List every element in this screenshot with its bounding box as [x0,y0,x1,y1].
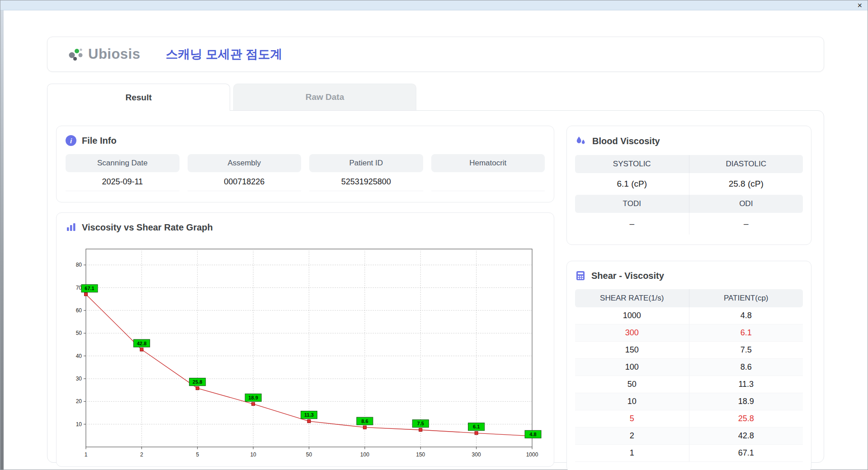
shear-table-body: 10004.83006.11507.51008.65011.31018.9525… [575,307,803,462]
ubiosis-logo: Ubiosis [67,45,140,63]
left-column: i File Info Scanning Date2025-09-11Assem… [56,126,554,451]
viscosity-chart: 10203040506070801251050100150300100067.1… [66,241,545,459]
svg-text:80: 80 [76,262,82,268]
tab-bar: Result Raw Data [47,84,823,110]
todi-odi-header: TODI ODI [575,195,803,213]
shear-rate-value: 100 [575,359,689,376]
svg-text:50: 50 [76,330,82,336]
shear-table-header: SHEAR RATE(1/s) PATIENT(cp) [575,289,803,307]
svg-text:42.8: 42.8 [137,341,146,346]
shear-table-row: 10004.8 [575,307,803,324]
bar-chart-icon [66,222,76,233]
svg-text:1: 1 [85,451,88,458]
field-value: 52531925800 [309,172,423,191]
shear-table-row: 1008.6 [575,359,803,376]
svg-text:7.5: 7.5 [417,421,424,426]
diastolic-label: DIASTOLIC [689,155,803,173]
svg-text:18.9: 18.9 [248,395,258,400]
odi-label: ODI [689,195,803,213]
window-left-edge [0,10,4,470]
file-info-field: Scanning Date2025-09-11 [66,154,179,191]
svg-text:10: 10 [76,421,82,428]
blood-viscosity-title-row: Blood Viscosity [575,135,803,147]
header-card: Ubiosis 스캐닝 모세관 점도계 [47,37,824,72]
diastolic-value: 25.8 (cP) [689,173,803,195]
titlebar: × [0,0,868,10]
file-info-title: File Info [82,136,117,146]
logo-dots-icon [67,45,86,63]
svg-text:25.8: 25.8 [193,379,202,385]
svg-text:67.1: 67.1 [85,286,94,291]
shear-viscosity-panel: Shear - Viscosity SHEAR RATE(1/s) PATIEN… [566,261,811,470]
shear-rate-value: 300 [575,324,689,341]
shear-table-row: 242.8 [575,428,803,445]
field-label: Hematocrit [431,154,545,172]
shear-rate-value: 2 [575,428,689,444]
svg-text:8.6: 8.6 [361,418,368,424]
info-icon: i [66,135,76,146]
tab-raw-data[interactable]: Raw Data [233,84,416,110]
svg-text:2: 2 [140,451,143,458]
systolic-value: 6.1 (cP) [575,173,689,195]
shear-viscosity-title: Shear - Viscosity [591,271,664,281]
app-window: × Ubiosis 스캐닝 모세관 점도계 Re [0,0,868,470]
svg-text:300: 300 [472,451,481,458]
odi-value: – [689,213,803,235]
todi-odi-values: – – [575,213,803,235]
svg-text:10: 10 [250,451,256,458]
page: Ubiosis 스캐닝 모세관 점도계 Result Raw Data i Fi… [0,10,868,463]
field-label: Scanning Date [66,154,179,172]
page-title: 스캐닝 모세관 점도계 [165,46,282,62]
blood-viscosity-header: SYSTOLIC DIASTOLIC [575,155,803,173]
file-info-field: Hematocrit [431,154,545,191]
shear-rate-value: 5 [575,410,689,427]
svg-text:5: 5 [196,451,199,458]
svg-text:20: 20 [76,398,82,404]
field-value [431,172,545,191]
svg-text:50: 50 [306,451,312,458]
field-label: Assembly [188,154,302,172]
patient-viscosity-value: 25.8 [689,410,803,427]
svg-text:11.3: 11.3 [304,412,314,418]
shear-rate-value: 10 [575,393,689,410]
shear-rate-value: 150 [575,342,689,358]
shear-table-row: 1507.5 [575,342,803,359]
patient-viscosity-value: 18.9 [689,393,803,410]
file-info-panel: i File Info Scanning Date2025-09-11Assem… [56,126,554,202]
graph-title-row: Viscosity vs Shear Rate Graph [66,222,545,233]
patient-viscosity-value: 4.8 [689,307,803,324]
blood-viscosity-panel: Blood Viscosity SYSTOLIC DIASTOLIC 6.1 (… [566,126,811,245]
close-icon[interactable]: × [857,0,862,10]
svg-text:6.1: 6.1 [473,424,480,429]
shear-table-row: 3006.1 [575,324,803,342]
svg-text:60: 60 [76,307,82,314]
patient-viscosity-value: 67.1 [689,445,803,461]
logo-text: Ubiosis [88,46,140,62]
right-column: Blood Viscosity SYSTOLIC DIASTOLIC 6.1 (… [566,126,811,451]
shear-rate-column-header: SHEAR RATE(1/s) [575,289,689,307]
water-drops-icon [575,135,587,147]
patient-viscosity-value: 42.8 [689,428,803,444]
field-value: 2025-09-11 [66,172,179,191]
patient-column-header: PATIENT(cp) [689,289,803,307]
graph-title: Viscosity vs Shear Rate Graph [82,222,213,233]
chart-wrap: 10203040506070801251050100150300100067.1… [66,241,545,461]
shear-viscosity-title-row: Shear - Viscosity [575,270,803,281]
systolic-label: SYSTOLIC [575,155,689,173]
shear-table-row: 5011.3 [575,376,803,393]
svg-text:150: 150 [416,451,425,458]
blood-viscosity-values: 6.1 (cP) 25.8 (cP) [575,173,803,195]
graph-panel: Viscosity vs Shear Rate Graph 1020304050… [56,212,554,467]
patient-viscosity-value: 7.5 [689,342,803,358]
file-info-field: Assembly000718226 [188,154,302,191]
shear-table-row: 1018.9 [575,393,803,410]
shear-table-row: 167.1 [575,445,803,462]
todi-value: – [575,213,689,235]
result-content: i File Info Scanning Date2025-09-11Assem… [47,110,824,463]
file-info-fields: Scanning Date2025-09-11Assembly000718226… [66,154,545,191]
svg-text:4.8: 4.8 [529,432,536,437]
todi-label: TODI [575,195,689,213]
shear-rate-value: 1 [575,445,689,461]
shear-rate-value: 50 [575,376,689,393]
tab-result[interactable]: Result [47,84,230,111]
